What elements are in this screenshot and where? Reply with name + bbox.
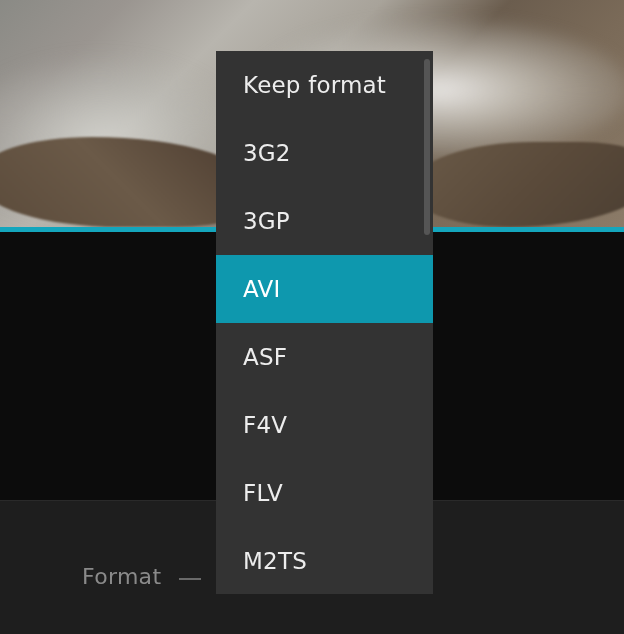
format-option-3g2[interactable]: 3G2 bbox=[216, 119, 433, 187]
format-option-keep[interactable]: Keep format bbox=[216, 51, 433, 119]
format-field-label: Format bbox=[82, 564, 161, 589]
format-option-asf[interactable]: ASF bbox=[216, 323, 433, 391]
format-option-m2ts[interactable]: M2TS bbox=[216, 527, 433, 594]
dropdown-scrollbar[interactable] bbox=[424, 59, 430, 235]
format-label-dash bbox=[179, 578, 201, 580]
format-option-f4v[interactable]: F4V bbox=[216, 391, 433, 459]
format-option-avi[interactable]: AVI bbox=[216, 255, 433, 323]
format-dropdown-menu[interactable]: Keep format 3G2 3GP AVI ASF F4V FLV M2TS bbox=[216, 51, 433, 594]
format-option-flv[interactable]: FLV bbox=[216, 459, 433, 527]
decorative-rock bbox=[414, 142, 624, 227]
format-option-3gp[interactable]: 3GP bbox=[216, 187, 433, 255]
